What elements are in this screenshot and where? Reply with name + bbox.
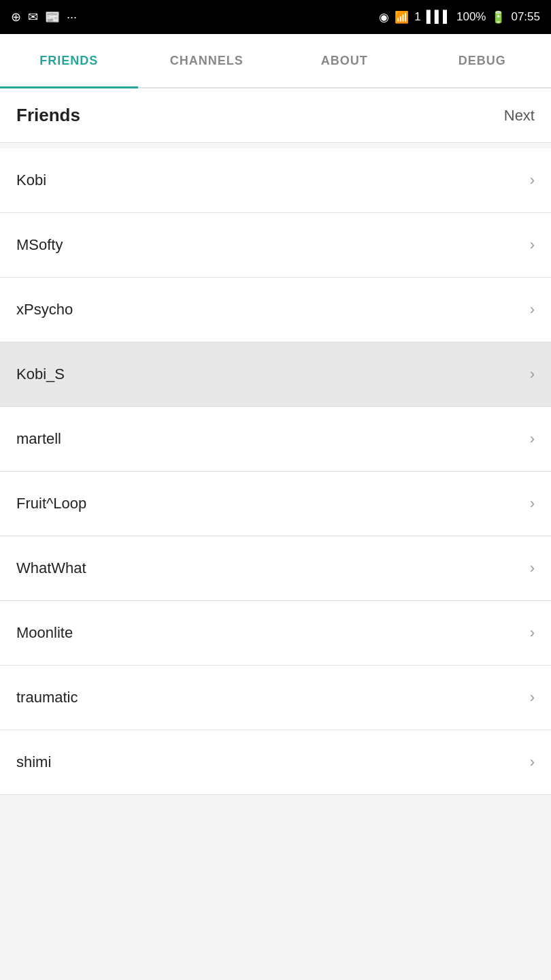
status-bar-left: ⊕ ✉ 📰 ··· [11,10,77,24]
tab-channels[interactable]: CHANNELS [138,34,276,87]
friend-name: MSofty [16,236,63,254]
list-item[interactable]: Fruit^Loop› [0,472,551,536]
newspaper-icon: 📰 [45,10,60,24]
list-item[interactable]: traumatic› [0,666,551,730]
list-item[interactable]: shimi› [0,730,551,795]
list-item[interactable]: xPsycho› [0,278,551,342]
chevron-right-icon: › [530,689,535,706]
friend-name: xPsycho [16,301,73,318]
battery-icon: 🔋 [491,10,505,24]
header-row: Friends Next [0,88,551,143]
wifi-icon: 📶 [395,10,409,24]
list-item[interactable]: Moonlite› [0,601,551,666]
friend-name: Kobi_S [16,365,65,383]
list-item[interactable]: MSofty› [0,213,551,278]
list-item[interactable]: martell› [0,407,551,472]
page-title: Friends [16,105,80,126]
tab-debug[interactable]: DEBUG [414,34,552,87]
more-icon: ··· [67,10,77,24]
whatsapp-icon: ⊕ [11,10,21,24]
chevron-right-icon: › [530,753,535,771]
chevron-right-icon: › [530,172,535,189]
friend-name: Fruit^Loop [16,495,86,512]
chevron-right-icon: › [530,430,535,448]
list-item[interactable]: Kobi› [0,148,551,213]
battery-label: 100% [456,10,486,24]
sim-icon: 1 [414,10,420,24]
chevron-right-icon: › [530,495,535,512]
tab-bar: FRIENDS CHANNELS ABOUT DEBUG [0,34,551,88]
status-bar: ⊕ ✉ 📰 ··· ◉ 📶 1 ▌▌▌ 100% 🔋 07:55 [0,0,551,34]
location-icon: ◉ [379,10,389,24]
chevron-right-icon: › [530,365,535,383]
chevron-right-icon: › [530,624,535,642]
tab-about[interactable]: ABOUT [276,34,414,87]
chevron-right-icon: › [530,236,535,254]
time-label: 07:55 [511,10,540,24]
next-button[interactable]: Next [504,107,535,125]
list-item[interactable]: Kobi_S› [0,342,551,407]
gmail-icon: ✉ [28,10,38,24]
friend-name: traumatic [16,689,78,706]
friend-name: shimi [16,753,51,771]
status-bar-right: ◉ 📶 1 ▌▌▌ 100% 🔋 07:55 [379,10,540,24]
friends-list: Kobi›MSofty›xPsycho›Kobi_S›martell›Fruit… [0,148,551,795]
tab-friends[interactable]: FRIENDS [0,34,138,87]
chevron-right-icon: › [530,301,535,318]
chevron-right-icon: › [530,559,535,577]
signal-icon: ▌▌▌ [427,10,451,24]
friend-name: Kobi [16,172,46,189]
friend-name: WhatWhat [16,559,86,577]
friend-name: Moonlite [16,624,73,642]
friend-name: martell [16,430,61,448]
list-item[interactable]: WhatWhat› [0,536,551,601]
